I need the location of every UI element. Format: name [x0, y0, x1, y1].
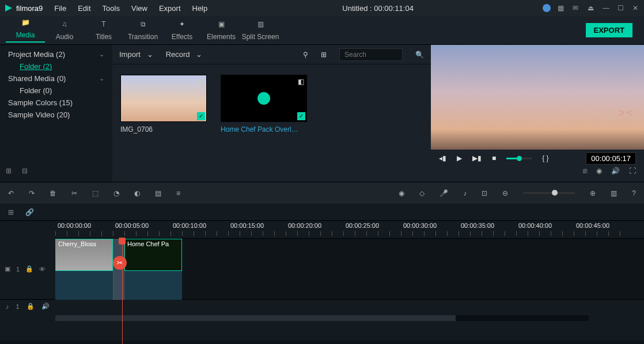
timeline-ruler[interactable]: 00:00:00:0000:00:05:0000:00:10:0000:00:1…: [55, 221, 644, 238]
properties-icon[interactable]: ◧: [298, 78, 304, 86]
nav-effects[interactable]: ✦ Effects: [162, 20, 202, 41]
menu-help[interactable]: Help: [187, 4, 214, 13]
undo-icon[interactable]: ↶: [8, 189, 14, 197]
sidebar-item-sample-colors[interactable]: Sample Colors (15): [0, 97, 112, 109]
timeline-scrollbar[interactable]: [55, 315, 589, 321]
menu-tools[interactable]: Tools: [97, 4, 126, 13]
grid-view-icon[interactable]: ⊞: [321, 51, 327, 59]
mail-icon[interactable]: ✉: [573, 4, 581, 12]
snapshot-icon[interactable]: ◉: [596, 167, 602, 175]
quality-icon[interactable]: ⎚: [583, 167, 587, 175]
nav-media[interactable]: 📁 Media: [6, 18, 45, 43]
nav-audio[interactable]: ♫ Audio: [45, 20, 84, 41]
prev-frame-button[interactable]: ◂▮: [439, 154, 446, 162]
sidebar-item-folder-2[interactable]: Folder (2): [0, 60, 112, 72]
lock-icon[interactable]: 🔒: [26, 303, 35, 310]
timeline-toolbar: ↶ ↷ 🗑 ✂ ⬚ ◔ ◐ ▤ ≡ ◉ ◇ 🎤 ♪ ⊡ ⊖ ⊕ ▥ ?: [0, 182, 644, 204]
voiceover-icon[interactable]: 🎤: [440, 189, 448, 197]
link-icon[interactable]: 🔗: [25, 208, 34, 216]
user-avatar-icon[interactable]: [543, 4, 551, 12]
nav-titles[interactable]: T Titles: [84, 20, 123, 41]
lock-icon[interactable]: 🔒: [25, 265, 33, 273]
activity-icon[interactable]: ▦: [558, 4, 566, 12]
nav-elements[interactable]: ▣ Elements: [202, 20, 241, 41]
chevron-down-icon[interactable]: ⌄: [99, 51, 104, 58]
maximize-icon[interactable]: ☐: [618, 4, 626, 12]
zoom-slider[interactable]: [523, 192, 575, 194]
menu-view[interactable]: View: [126, 4, 153, 13]
audio-icon[interactable]: 🔊: [611, 167, 620, 175]
redo-icon[interactable]: ↷: [29, 189, 35, 197]
audio-track-1[interactable]: ♪ 1 🔒 🔊: [0, 299, 644, 313]
thumbnail-img-0706[interactable]: ◧ ✓ IMG_0706: [120, 75, 207, 133]
sidebar-item-project-media[interactable]: Project Media (2) ⌄: [0, 48, 112, 60]
chevron-down-icon[interactable]: ⌄: [99, 75, 104, 82]
volume-slider[interactable]: [506, 158, 532, 159]
video-track-1[interactable]: ▣ 1 🔒 👁 Cherry_Bloss Home Chef Pa ✂: [55, 238, 644, 299]
next-frame-button[interactable]: ▶▮: [472, 154, 482, 162]
fullscreen-icon[interactable]: ⛶: [629, 167, 636, 175]
nav-label: Transition: [128, 33, 158, 41]
check-icon: ✓: [197, 112, 205, 120]
markers-label[interactable]: { }: [542, 154, 548, 162]
preview-viewport[interactable]: ᐳ ᐸ: [431, 45, 644, 166]
folder-icon: 📁: [20, 18, 31, 29]
sidebar-item-shared-media[interactable]: Shared Media (0) ⌄: [0, 72, 112, 85]
menubar: File Edit Tools View Export Help: [48, 4, 213, 13]
clip-audio-1[interactable]: [55, 271, 113, 300]
record-dropdown[interactable]: Record ⌄: [166, 50, 203, 59]
play-button[interactable]: ▶: [457, 154, 462, 162]
zoom-out-icon[interactable]: ⊖: [502, 189, 508, 197]
search-input[interactable]: [339, 48, 403, 61]
adjust-icon[interactable]: ≡: [176, 189, 180, 197]
crop-icon[interactable]: ⬚: [92, 189, 99, 197]
speed-icon[interactable]: ◔: [113, 189, 119, 197]
mic-icon[interactable]: ⏏: [588, 4, 596, 12]
thumbnail-home-chef[interactable]: ◧ + ✓ Home Chef Pack Overl…: [221, 75, 307, 133]
ruler-label: 00:00:45:00: [576, 222, 609, 229]
clip-cherry-blossom[interactable]: Cherry_Bloss: [55, 239, 113, 271]
clip-audio-2[interactable]: [124, 271, 182, 300]
search-icon[interactable]: 🔍: [415, 51, 424, 59]
close-icon[interactable]: ✕: [632, 4, 641, 12]
render-icon[interactable]: ◉: [399, 189, 404, 197]
menu-file[interactable]: File: [48, 4, 72, 13]
mixer-icon[interactable]: ♪: [463, 189, 467, 197]
ruler-label: 00:00:05:00: [115, 222, 149, 229]
delete-folder-icon[interactable]: ⊟: [22, 167, 28, 175]
split-icon[interactable]: ✂: [71, 189, 77, 197]
sidebar-item-folder-0[interactable]: Folder (0): [0, 85, 112, 97]
fit-icon[interactable]: ⊡: [482, 189, 487, 197]
eye-icon[interactable]: 👁: [39, 266, 46, 273]
timeline: ⊞ 🔗 00:00:00:0000:00:05:0000:00:10:0000:…: [0, 204, 644, 341]
ruler-label: 00:00:25:00: [346, 222, 379, 229]
minimize-icon[interactable]: —: [603, 4, 611, 12]
manage-tracks-icon[interactable]: ▥: [611, 189, 617, 197]
color-icon[interactable]: ◐: [134, 189, 140, 197]
nav-splitscreen[interactable]: ▥ Split Screen: [241, 20, 280, 41]
speaker-icon[interactable]: 🔊: [41, 303, 50, 310]
sidebar-item-label: Shared Media (0): [8, 74, 66, 83]
stop-button[interactable]: ■: [492, 154, 496, 162]
sidebar-item-sample-video[interactable]: Sample Video (20): [0, 109, 112, 121]
properties-icon[interactable]: ◧: [198, 78, 204, 86]
export-button[interactable]: EXPORT: [586, 23, 632, 37]
clip-home-chef[interactable]: Home Chef Pa: [124, 239, 182, 271]
track-add-icon[interactable]: ⊞: [8, 208, 14, 216]
scissors-badge-icon[interactable]: ✂: [113, 256, 127, 270]
menu-edit[interactable]: Edit: [72, 4, 96, 13]
marker-icon[interactable]: ◇: [419, 189, 425, 197]
import-dropdown[interactable]: Import ⌄: [119, 50, 153, 59]
zoom-in-icon[interactable]: ⊕: [590, 189, 596, 197]
help-icon[interactable]: ?: [632, 189, 636, 197]
menu-export[interactable]: Export: [153, 4, 187, 13]
preview-panel: ᐳ ᐸ ◂▮ ▶ ▶▮ ■ { } 00:00:05:17 ⎚ ◉ 🔊 ⛶: [431, 45, 644, 182]
new-folder-icon[interactable]: ⊞: [6, 167, 12, 175]
nav-transition[interactable]: ⧉ Transition: [123, 20, 162, 41]
delete-icon[interactable]: 🗑: [50, 189, 56, 197]
greenscreen-icon[interactable]: ▤: [155, 189, 161, 197]
plus-icon[interactable]: +: [257, 92, 270, 105]
playhead[interactable]: [122, 239, 123, 344]
scrollbar-thumb[interactable]: [55, 315, 456, 321]
filter-icon[interactable]: ⚲: [303, 51, 308, 59]
